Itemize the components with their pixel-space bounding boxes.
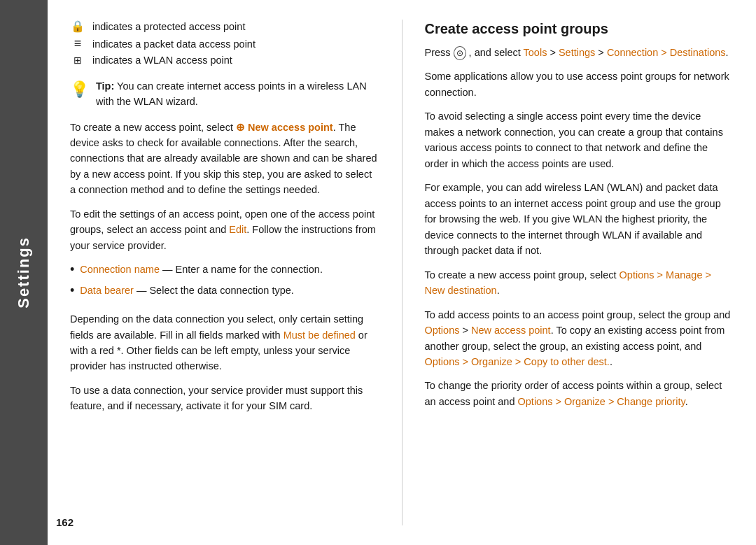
options-link-1: Options (425, 325, 460, 336)
applications-para: Some applications allow you to use acces… (425, 69, 734, 100)
must-defined-text: Must be defined (284, 330, 356, 341)
icon-row-wlan: ⊞ indicates a WLAN access point (70, 55, 379, 66)
edit-access-point-para: To edit the settings of an access point,… (70, 206, 379, 253)
lock-icon: 🔒 (70, 20, 85, 33)
icon-row-wlan-text: indicates a WLAN access point (92, 55, 232, 66)
menu-key-icon: ⊙ (454, 46, 466, 61)
bullet-dot-1: • (70, 262, 74, 278)
new-access-point-link-2: New access point (471, 325, 551, 336)
tip-box: 💡 Tip: You can create internet access po… (70, 79, 379, 110)
wlan-icon: ⊞ (70, 55, 85, 66)
edit-link: Edit (229, 224, 246, 235)
options-organize-priority-link: Options > Organize > Change priority (518, 396, 685, 407)
options-organize-copy-link: Options > Organize > Copy to other dest. (425, 356, 610, 367)
connection-name-term: Connection name (80, 264, 160, 275)
new-access-point-para: To create a new access point, select ⊕ N… (70, 120, 379, 198)
page-container: Settings 🔒 indicates a protected access … (0, 0, 756, 545)
settings-bullet-list: • Connection name — Enter a name for the… (70, 262, 379, 303)
icon-row-packet: ≡ indicates a packet data access point (70, 36, 379, 51)
icon-row-lock: 🔒 indicates a protected access point (70, 20, 379, 33)
packet-icon: ≡ (70, 36, 85, 51)
add-access-points-para: To add access points to an access point … (425, 307, 734, 370)
icon-row-lock-text: indicates a protected access point (92, 21, 245, 32)
right-column: Create access point groups Press ⊙ , and… (402, 20, 734, 525)
right-column-heading: Create access point groups (425, 20, 734, 38)
bullet-dot-2: • (70, 283, 74, 299)
create-new-group-para: To create a new access point group, sele… (425, 267, 734, 299)
tools-link: Tools (524, 47, 547, 58)
data-bearer-term: Data bearer (80, 285, 134, 296)
change-priority-para: To change the priority order of access p… (425, 378, 734, 409)
sidebar-title: Settings (15, 236, 33, 309)
avoid-selecting-para: To avoid selecting a single access point… (425, 108, 734, 171)
tip-bulb-icon: 💡 (70, 80, 89, 99)
bullet-connection-name: • Connection name — Enter a name for the… (70, 262, 379, 278)
sidebar: Settings (0, 0, 48, 545)
settings-link: Settings (559, 47, 595, 58)
example-wlan-para: For example, you can add wireless LAN (W… (425, 180, 734, 258)
options-manage-link: Options > Manage > New destination (425, 269, 711, 296)
icon-row-packet-text: indicates a packet data access point (92, 38, 255, 50)
bullet-content-1: Connection name — Enter a name for the c… (80, 262, 379, 277)
press-tools-para: Press ⊙ , and select Tools > Settings > … (425, 45, 734, 60)
tip-text: Tip: You can create internet access poin… (96, 79, 379, 110)
connection-destinations-link: Connection > Destinations (607, 47, 726, 58)
left-column: 🔒 indicates a protected access point ≡ i… (70, 20, 379, 525)
page-number: 162 (56, 516, 74, 528)
bullet-data-bearer: • Data bearer — Select the data connecti… (70, 283, 379, 299)
must-define-para: Depending on the data connection you sel… (70, 311, 379, 374)
data-connection-para: To use a data connection, your service p… (70, 383, 379, 414)
icon-list: 🔒 indicates a protected access point ≡ i… (70, 20, 379, 69)
new-access-point-link: ⊕ New access point (236, 122, 333, 133)
bullet-content-2: Data bearer — Select the data connection… (80, 283, 379, 298)
content-area: 🔒 indicates a protected access point ≡ i… (48, 0, 756, 545)
